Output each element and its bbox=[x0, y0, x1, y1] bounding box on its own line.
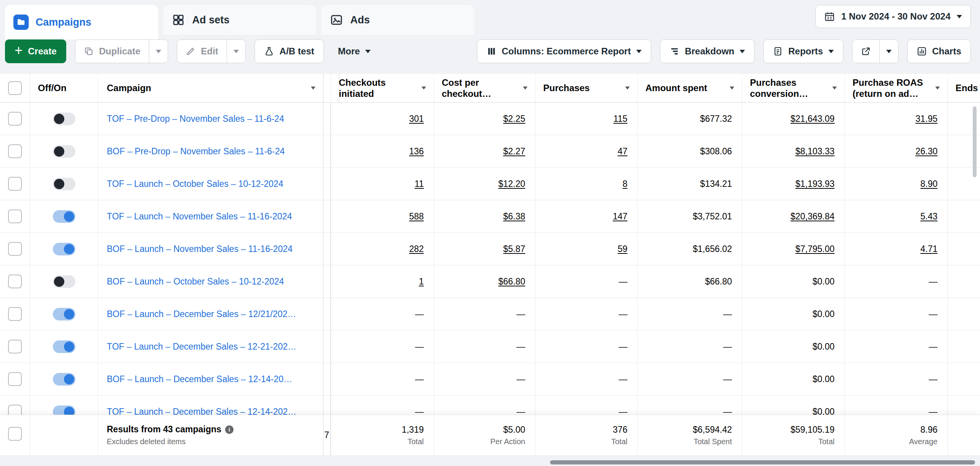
charts-button[interactable]: Charts bbox=[907, 39, 971, 63]
row-checkbox[interactable] bbox=[8, 427, 22, 441]
column-header-amount-spent[interactable]: Amount spent bbox=[637, 74, 742, 102]
row-checkbox[interactable] bbox=[8, 372, 22, 386]
calendar-icon bbox=[824, 11, 835, 22]
frozen-pane-divider bbox=[323, 135, 331, 167]
row-checkbox[interactable] bbox=[8, 209, 22, 223]
row-checkbox[interactable] bbox=[8, 242, 22, 256]
more-button[interactable]: More bbox=[333, 39, 376, 63]
metric-value[interactable]: 8 bbox=[622, 179, 627, 189]
metric-value[interactable]: $20,369.84 bbox=[791, 211, 835, 222]
column-header-ends[interactable]: Ends bbox=[947, 74, 980, 102]
row-checkbox[interactable] bbox=[8, 307, 22, 321]
metric-value[interactable]: 1 bbox=[419, 276, 424, 287]
purchases-conversion-cell: $21,643.09 bbox=[742, 103, 844, 135]
ab-test-button[interactable]: A/B test bbox=[255, 39, 324, 63]
metric-value[interactable]: $2.25 bbox=[503, 114, 525, 124]
table-row: BOF – Launch – December Sales – 12-14-20… bbox=[0, 363, 980, 396]
metric-value[interactable]: 26.30 bbox=[915, 146, 938, 157]
metric-value[interactable]: 31.95 bbox=[915, 114, 938, 124]
campaign-toggle[interactable] bbox=[53, 243, 75, 255]
info-icon[interactable]: i bbox=[225, 425, 234, 434]
campaign-toggle[interactable] bbox=[53, 373, 75, 386]
metric-value[interactable]: 301 bbox=[409, 114, 424, 124]
metric-value[interactable]: 136 bbox=[409, 146, 424, 157]
export-button[interactable] bbox=[853, 40, 879, 63]
metric-value[interactable]: $5.87 bbox=[503, 244, 525, 254]
metric-value[interactable]: 147 bbox=[613, 211, 627, 222]
campaign-link[interactable]: TOF – Pre-Drop – November Sales – 11-6-2… bbox=[107, 114, 284, 124]
campaign-toggle[interactable] bbox=[53, 145, 75, 158]
metric-value[interactable]: $6.38 bbox=[503, 211, 525, 222]
ends-cell bbox=[947, 200, 980, 232]
campaign-toggle[interactable] bbox=[53, 308, 75, 320]
column-header-purchase-roas[interactable]: Purchase ROAS(return on ad… bbox=[844, 74, 947, 102]
metric-value[interactable]: 8.90 bbox=[920, 179, 938, 189]
metric-value[interactable]: $7,795.00 bbox=[795, 244, 835, 254]
metric-value[interactable]: $66.80 bbox=[498, 276, 525, 287]
tab-campaigns[interactable]: Campaigns bbox=[5, 5, 158, 39]
campaign-link[interactable]: BOF – Launch – November Sales – 11-16-20… bbox=[107, 244, 292, 254]
campaign-toggle[interactable] bbox=[53, 210, 75, 223]
duplicate-button[interactable]: Duplicate bbox=[75, 40, 149, 63]
row-checkbox[interactable] bbox=[8, 177, 22, 191]
metric-value[interactable]: 11 bbox=[415, 179, 424, 189]
metric-value[interactable]: $12.20 bbox=[498, 179, 525, 189]
purchases-cell: — bbox=[535, 363, 637, 395]
amount-spent-cell: $3,752.01 bbox=[637, 200, 742, 232]
metric-value[interactable]: 4.71 bbox=[920, 244, 938, 254]
campaign-link[interactable]: BOF – Pre-Drop – November Sales – 11-6-2… bbox=[107, 146, 285, 157]
export-dropdown-button[interactable] bbox=[879, 40, 898, 63]
metric-value[interactable]: $2.27 bbox=[503, 146, 525, 157]
edit-dropdown-button[interactable] bbox=[227, 40, 245, 63]
metric-value[interactable]: 588 bbox=[409, 211, 424, 222]
metric-value[interactable]: 115 bbox=[613, 114, 627, 124]
metric-value[interactable]: 282 bbox=[409, 244, 424, 254]
row-checkbox[interactable] bbox=[8, 144, 22, 158]
tab-ad-sets[interactable]: Ad sets bbox=[163, 5, 316, 35]
columns-button[interactable]: Columns: Ecommerce Report bbox=[477, 39, 651, 63]
row-checkbox[interactable] bbox=[8, 112, 22, 126]
campaign-toggle[interactable] bbox=[53, 113, 75, 125]
create-button[interactable]: + Create bbox=[5, 39, 66, 63]
campaign-toggle[interactable] bbox=[53, 340, 75, 353]
metric-value[interactable]: $21,643.09 bbox=[791, 114, 835, 124]
duplicate-split-button: Duplicate bbox=[75, 39, 168, 63]
metric-value[interactable]: 47 bbox=[617, 146, 627, 157]
tab-ads[interactable]: Ads bbox=[321, 5, 474, 35]
duplicate-dropdown-button[interactable] bbox=[149, 40, 168, 63]
column-header-cost-per-checkout[interactable]: Cost percheckout… bbox=[434, 74, 535, 102]
metric-value[interactable]: $1,193.93 bbox=[795, 179, 835, 189]
vertical-scrollbar[interactable] bbox=[973, 106, 977, 177]
metric-value[interactable]: 5.43 bbox=[920, 211, 938, 222]
date-range-picker[interactable]: 1 Nov 2024 - 30 Nov 2024 bbox=[815, 5, 971, 28]
campaign-link[interactable]: BOF – Launch – December Sales – 12/21/20… bbox=[107, 309, 296, 319]
campaign-toggle[interactable] bbox=[53, 275, 75, 288]
reports-button[interactable]: Reports bbox=[763, 39, 843, 63]
campaign-link[interactable]: BOF – Launch – October Sales – 10-12-202… bbox=[107, 276, 284, 287]
column-header-purchases[interactable]: Purchases bbox=[535, 74, 637, 102]
horizontal-scrollbar[interactable] bbox=[550, 460, 975, 464]
purchase-roas-cell: — bbox=[844, 363, 947, 395]
purchase-roas-cell: 8.90 bbox=[844, 168, 947, 200]
campaign-link[interactable]: TOF – Launch – October Sales – 10-12-202… bbox=[107, 179, 283, 189]
ends-cell bbox=[947, 298, 980, 330]
campaign-link[interactable]: TOF – Launch – December Sales – 12-21-20… bbox=[107, 342, 297, 352]
metric-value[interactable]: $8,103.33 bbox=[795, 146, 835, 157]
breakdown-button[interactable]: Breakdown bbox=[660, 39, 755, 63]
column-header-checkouts-initiated[interactable]: Checkoutsinitiated bbox=[331, 74, 434, 102]
campaign-link[interactable]: TOF – Launch – November Sales – 11-16-20… bbox=[107, 211, 292, 222]
purchases-conversion-cell: $7,795.00 bbox=[742, 233, 844, 265]
row-checkbox[interactable] bbox=[8, 340, 22, 353]
ends-cell bbox=[947, 265, 980, 298]
campaign-toggle[interactable] bbox=[53, 178, 75, 190]
campaign-link[interactable]: BOF – Launch – December Sales – 12-14-20… bbox=[107, 374, 292, 384]
row-checkbox[interactable] bbox=[8, 275, 22, 288]
image-icon bbox=[330, 13, 343, 27]
edit-button[interactable]: Edit bbox=[177, 40, 227, 63]
select-all-checkbox[interactable] bbox=[8, 81, 22, 95]
metric-value[interactable]: 59 bbox=[617, 244, 627, 254]
checkouts-initiated-cell: 11 bbox=[331, 168, 434, 200]
column-header-campaign[interactable]: Campaign bbox=[98, 74, 323, 102]
table-row: TOF – Pre-Drop – November Sales – 11-6-2… bbox=[0, 103, 980, 135]
column-header-purchases-conversion[interactable]: Purchasesconversion… bbox=[742, 74, 844, 102]
